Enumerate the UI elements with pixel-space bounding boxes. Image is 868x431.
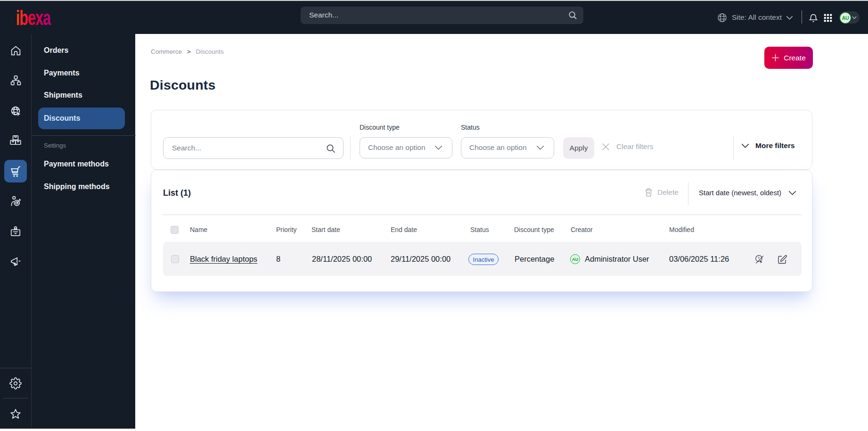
- svg-text:ibexa: ibexa: [16, 7, 51, 26]
